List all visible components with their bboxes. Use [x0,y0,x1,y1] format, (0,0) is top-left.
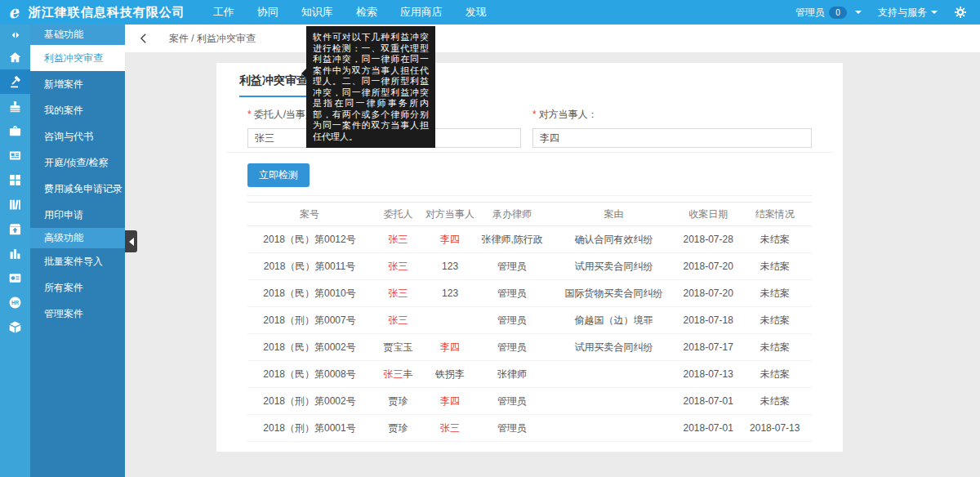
table-cell: 未结案 [737,361,812,388]
navbar-right: 管理员 0 支持与服务 [787,6,967,20]
app-logo-icon: e [7,3,20,21]
menu-section-basic: 基础功能 [30,25,125,45]
check-now-button[interactable]: 立即检测 [247,163,310,187]
table-cell: 2018（刑）第0001号 [247,415,372,442]
col-header-cause: 案由 [549,203,679,226]
rail-icon-products[interactable] [0,314,30,339]
sidebar-item-manage-cases[interactable]: 管理案件 [30,301,125,327]
rail-icon-hr[interactable]: HR [0,290,30,314]
nav-item-knowledge[interactable]: 知识库 [290,0,345,25]
divider [226,152,833,153]
table-row: 2018（刑）第0002号贾珍李四管理员2018-07-01未结案 [247,388,812,415]
top-navbar: e 浙江律联信息科技有限公司 工作 协同 知识库 检索 应用商店 发现 管理员 … [0,0,980,25]
tooltip-text: 软件可对以下几种利益冲突进行检测：一、双重代理型利益冲突，同一律师在同一案件中为… [313,32,429,141]
id-card-icon [8,149,22,163]
table-cell: 2018-07-18 [679,307,738,334]
rail-icon-cases[interactable] [0,69,30,94]
support-menu[interactable]: 支持与服务 [870,6,946,20]
settings-button[interactable] [954,6,967,19]
sidebar-item-all-cases[interactable]: 所有案件 [30,274,125,301]
table-cell: 未结案 [737,334,812,361]
table-cell: 未结案 [737,226,812,253]
opponent-label: *对方当事人： [532,108,812,122]
main-nav: 工作 协同 知识库 检索 应用商店 发现 [202,0,498,25]
support-label: 支持与服务 [878,6,927,20]
collapse-left-icon [129,238,134,246]
nav-item-app-store[interactable]: 应用商店 [389,0,454,25]
table-cell: 2018（民）第0012号 [247,226,372,253]
presentation-icon [8,271,22,285]
table-row: 2018（刑）第0001号贾珍张三管理员2018-07-012018-07-13 [247,415,812,442]
table-cell: 123 [425,253,475,280]
results-table-wrap: 案号 委托人 对方当事人 承办律师 案由 收案日期 结案情况 2018（民）第0… [247,202,812,442]
nav-item-discover[interactable]: 发现 [454,0,498,25]
rail-icon-apps-grid[interactable] [0,167,30,192]
table-cell: 李四 [425,334,475,361]
table-cell: 2018（刑）第0002号 [247,388,372,415]
rail-icon-briefcase[interactable] [0,118,30,143]
chevron-left-icon [138,33,149,44]
main-area: 案件 / 利益冲突审查 利益冲突审查 ! *委托人/当事人： *对方当事人： 立… [125,25,980,477]
table-cell: 管理员 [475,334,549,361]
table-cell: 2018-07-20 [679,280,738,307]
table-cell: 2018-07-13 [679,361,738,388]
nav-item-search[interactable]: 检索 [345,0,389,25]
table-cell: 铁拐李 [425,361,475,388]
sidebar-item-my-cases[interactable]: 我的案件 [30,97,125,123]
nav-item-collaboration[interactable]: 协同 [246,0,290,25]
sidebar-icon-rail: HR [0,25,30,477]
table-cell: 张三丰 [372,361,425,388]
page-title: 利益冲突审查 [239,74,308,97]
col-header-filing-date: 收案日期 [679,203,738,226]
rail-icon-upload[interactable] [0,216,30,241]
breadcrumb[interactable]: 案件 / 利益冲突审查 [169,32,256,46]
table-cell: 未结案 [737,280,812,307]
results-table-body: 2018（民）第0012号张三李四张律师,陈行政确认合同有效纠纷2018-07-… [247,226,812,442]
table-cell: 2018（民）第0010号 [247,280,372,307]
table-row: 2018（民）第0010号张三123管理员国际货物买卖合同纠纷2018-07-2… [247,280,812,307]
opponent-input[interactable] [532,128,812,148]
user-name: 管理员 [795,6,825,20]
table-cell: 管理员 [475,415,549,442]
sidebar-item-conflict-review[interactable]: 利益冲突审查 [30,45,125,71]
table-cell: 管理员 [475,388,549,415]
rail-icon-stats[interactable] [0,241,30,265]
rail-icon-court[interactable] [0,143,30,167]
col-header-case-no: 案号 [247,203,372,226]
back-button[interactable] [138,33,149,44]
sidebar-item-new-case[interactable]: 新增案件 [30,71,125,97]
home-icon [8,51,22,65]
table-row: 2018（刑）第0007号张三管理员偷越国（边）境罪2018-07-18未结案 [247,307,812,334]
menu-section-advanced: 高级功能 [30,228,125,248]
table-cell: 2018-07-01 [679,415,738,442]
user-menu[interactable]: 管理员 0 [787,6,870,20]
table-cell: 李四 [425,226,475,253]
grid-icon [8,173,22,187]
sidebar-item-seal-request[interactable]: 用印申请 [30,202,125,228]
sidebar-item-fee-waiver[interactable]: 费用减免申请记录 [30,176,125,202]
collapse-arrows-icon [10,29,21,41]
rail-icon-library[interactable] [0,192,30,216]
opponent-field-group: *对方当事人： [532,108,812,148]
table-row: 2018（民）第0011号张三123管理员试用买卖合同纠纷2018-07-20未… [247,253,812,280]
sidebar-item-consulting[interactable]: 咨询与代书 [30,123,125,149]
table-cell: 123 [425,280,475,307]
table-cell: 2018-07-28 [679,226,738,253]
chevron-down-icon [931,11,938,14]
table-cell: 2018（民）第0011号 [247,253,372,280]
table-cell: 李四 [425,388,475,415]
sidebar-collapse-arrows[interactable] [0,25,30,45]
rail-icon-reports[interactable] [0,265,30,290]
nav-item-work[interactable]: 工作 [202,0,246,25]
sidebar-collapse-tab[interactable] [125,230,137,252]
table-cell: 张三 [372,226,425,253]
table-row: 2018（民）第0002号贾宝玉李四管理员试用买卖合同纠纷2018-07-17未… [247,334,812,361]
gavel-icon [8,75,22,89]
sidebar-item-batch-import[interactable]: 批量案件导入 [30,248,125,274]
briefcase-icon [8,124,22,138]
cube-icon [8,320,22,334]
sidebar-item-hearing[interactable]: 开庭/侦查/检察 [30,149,125,176]
table-cell: 2018-07-13 [737,415,812,442]
rail-icon-home[interactable] [0,45,30,69]
rail-icon-stamp[interactable] [0,94,30,118]
